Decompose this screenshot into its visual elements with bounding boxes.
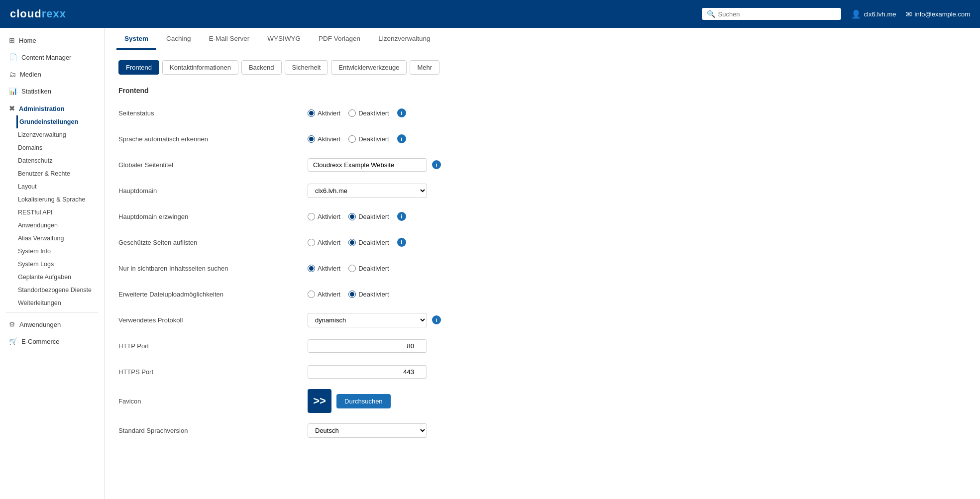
form-row-favicon: Favicon >> Durchsuchen	[118, 389, 966, 413]
tab-system[interactable]: System	[116, 28, 156, 50]
label-globaler-seitentitel: Globaler Seitentitel	[118, 161, 308, 169]
sidebar-item-medien[interactable]: 🗂 Medien	[0, 66, 104, 83]
search-bar[interactable]: 🔍	[702, 8, 841, 20]
form-row-standard-sprachversion: Standard Sprachversion Deutsch English F…	[118, 422, 966, 439]
section-title: Frontend	[118, 87, 966, 95]
user-email[interactable]: ✉ info@example.com	[905, 9, 970, 19]
subtab-sicherheit[interactable]: Sicherheit	[285, 60, 328, 75]
form-row-geschuetzte-seiten: Geschützte Seiten auflisten Aktiviert De…	[118, 234, 966, 251]
user-domain[interactable]: 👤 clx6.lvh.me	[851, 9, 896, 19]
sidebar-sub-lokalisierung-sprache[interactable]: Lokalisierung & Sprache	[18, 193, 104, 206]
input-http-port[interactable]	[308, 339, 427, 353]
sidebar-sub-restful-api[interactable]: RESTful API	[18, 206, 104, 219]
tab-wysiwyg[interactable]: WYSIWYG	[259, 28, 309, 50]
radio-seitenstatus-deaktiviert[interactable]: Deaktiviert	[348, 109, 389, 117]
radio-sprache-aktiviert[interactable]: Aktiviert	[308, 135, 340, 143]
form-row-https-port: HTTPS Port	[118, 363, 966, 380]
sidebar-sub-domains[interactable]: Domains	[18, 141, 104, 154]
subtab-frontend[interactable]: Frontend	[118, 60, 159, 75]
sidebar-sub-anwendungen[interactable]: Anwendungen	[18, 219, 104, 232]
radio-geschuetzte-deaktiviert[interactable]: Deaktiviert	[348, 239, 389, 246]
label-nur-sichtbare: Nur in sichtbaren Inhaltsseiten suchen	[118, 265, 308, 272]
radio-hauptdomain-aktiviert[interactable]: Aktiviert	[308, 213, 340, 220]
subtab-entwicklerwerkzeuge[interactable]: Entwicklerwerkzeuge	[331, 60, 407, 75]
radio-geschuetzte-aktiviert[interactable]: Aktiviert	[308, 239, 340, 246]
content-body: Frontend Kontaktinformationen Backend Si…	[105, 50, 980, 458]
sidebar-item-anwendungen-bottom[interactable]: ⚙ Anwendungen	[0, 316, 104, 333]
control-geschuetzte-seiten: Aktiviert Deaktiviert i	[308, 238, 406, 247]
radio-seitenstatus-aktiviert[interactable]: Aktiviert	[308, 109, 340, 117]
logo: cloudrexx	[10, 7, 66, 20]
control-verwendetes-protokoll: dynamisch http https i	[308, 313, 441, 327]
label-verwendetes-protokoll: Verwendetes Protokoll	[118, 316, 308, 324]
radio-erweiterte-deaktiviert[interactable]: Deaktiviert	[348, 291, 389, 298]
select-hauptdomain[interactable]: clx6.lvh.me	[308, 184, 427, 198]
email-icon: ✉	[905, 9, 912, 19]
tab-pdf-vorlagen[interactable]: PDF Vorlagen	[311, 28, 368, 50]
radio-nur-sichtbare-aktiviert[interactable]: Aktiviert	[308, 265, 340, 272]
sidebar: ⊞ Home 📄 Content Manager 🗂 Medien 📊 Stat…	[0, 28, 105, 499]
sidebar-sub-benutzer-rechte[interactable]: Benutzer & Rechte	[18, 167, 104, 180]
form-row-verwendetes-protokoll: Verwendetes Protokoll dynamisch http htt…	[118, 311, 966, 328]
sidebar-sub-layout[interactable]: Layout	[18, 180, 104, 193]
info-icon-sprache-erkennen[interactable]: i	[397, 134, 406, 143]
control-https-port	[308, 365, 427, 379]
topnav: cloudrexx 🔍 👤 clx6.lvh.me ✉ info@example…	[0, 0, 980, 28]
subtab-backend[interactable]: Backend	[241, 60, 282, 75]
sidebar-sub-standortbezogene-dienste[interactable]: Standortbezogene Dienste	[18, 284, 104, 297]
statistiken-icon: 📊	[9, 87, 17, 95]
tab-email-server[interactable]: E-Mail Server	[201, 28, 258, 50]
sub-tabs: Frontend Kontaktinformationen Backend Si…	[118, 60, 966, 75]
sidebar-sub-system-logs[interactable]: System Logs	[18, 258, 104, 271]
sidebar-section-administration[interactable]: ✖ Administration	[0, 100, 104, 115]
label-http-port: HTTP Port	[118, 342, 308, 350]
radio-hauptdomain-deaktiviert[interactable]: Deaktiviert	[348, 213, 389, 220]
top-tabs: System Caching E-Mail Server WYSIWYG PDF…	[105, 28, 980, 50]
select-standard-sprachversion[interactable]: Deutsch English Français	[308, 423, 427, 438]
sidebar-sub-lizenzverwaltung[interactable]: Lizenzverwaltung	[18, 128, 104, 141]
radio-erweiterte-aktiviert[interactable]: Aktiviert	[308, 291, 340, 298]
form-row-nur-sichtbare: Nur in sichtbaren Inhaltsseiten suchen A…	[118, 260, 966, 277]
select-verwendetes-protokoll[interactable]: dynamisch http https	[308, 313, 427, 327]
input-globaler-seitentitel[interactable]	[308, 158, 427, 172]
form-row-hauptdomain: Hauptdomain clx6.lvh.me	[118, 182, 966, 199]
e-commerce-icon: 🛒	[9, 337, 17, 345]
control-favicon: >> Durchsuchen	[308, 389, 391, 413]
sidebar-item-home[interactable]: ⊞ Home	[0, 32, 104, 49]
label-seitenstatus: Seitenstatus	[118, 109, 308, 117]
info-icon-geschuetzte-seiten[interactable]: i	[397, 238, 406, 247]
radio-sprache-deaktiviert[interactable]: Deaktiviert	[348, 135, 389, 143]
tab-caching[interactable]: Caching	[158, 28, 199, 50]
label-sprache-erkennen: Sprache automatisch erkennen	[118, 135, 308, 143]
sidebar-sub-geplante-aufgaben[interactable]: Geplante Aufgaben	[18, 271, 104, 284]
sidebar-sub-system-info[interactable]: System Info	[18, 245, 104, 258]
medien-icon: 🗂	[9, 70, 16, 78]
control-seitenstatus: Aktiviert Deaktiviert i	[308, 108, 406, 117]
input-https-port[interactable]	[308, 365, 427, 379]
info-icon-verwendetes-protokoll[interactable]: i	[432, 315, 441, 324]
search-input[interactable]	[718, 10, 836, 18]
info-icon-globaler-seitentitel[interactable]: i	[432, 160, 441, 169]
control-globaler-seitentitel: i	[308, 158, 441, 172]
sidebar-sub-grundeinstellungen[interactable]: Grundeinstellungen	[16, 115, 104, 128]
btn-browse-favicon[interactable]: Durchsuchen	[336, 394, 391, 408]
sidebar-item-content-manager[interactable]: 📄 Content Manager	[0, 49, 104, 66]
form-row-hauptdomain-erzwingen: Hauptdomain erzwingen Aktiviert Deaktivi…	[118, 208, 966, 225]
form-row-seitenstatus: Seitenstatus Aktiviert Deaktiviert i	[118, 104, 966, 121]
sidebar-sub-weiterleitungen[interactable]: Weiterleitungen	[18, 297, 104, 309]
info-icon-hauptdomain-erzwingen[interactable]: i	[397, 212, 406, 221]
subtab-kontaktinformationen[interactable]: Kontaktinformationen	[162, 60, 238, 75]
tab-lizenzverwaltung[interactable]: Lizenzverwaltung	[370, 28, 438, 50]
sidebar-item-e-commerce[interactable]: 🛒 E-Commerce	[0, 333, 104, 350]
label-hauptdomain: Hauptdomain	[118, 187, 308, 195]
search-icon: 🔍	[707, 10, 715, 18]
sidebar-item-statistiken[interactable]: 📊 Statistiken	[0, 83, 104, 100]
form-row-http-port: HTTP Port	[118, 337, 966, 354]
info-icon-seitenstatus[interactable]: i	[397, 108, 406, 117]
sidebar-sub-alias-verwaltung[interactable]: Alias Verwaltung	[18, 232, 104, 245]
form-row-sprache-erkennen: Sprache automatisch erkennen Aktiviert D…	[118, 130, 966, 147]
control-hauptdomain: clx6.lvh.me	[308, 184, 427, 198]
radio-nur-sichtbare-deaktiviert[interactable]: Deaktiviert	[348, 265, 389, 272]
subtab-mehr[interactable]: Mehr	[410, 60, 439, 75]
sidebar-sub-datenschutz[interactable]: Datenschutz	[18, 154, 104, 167]
